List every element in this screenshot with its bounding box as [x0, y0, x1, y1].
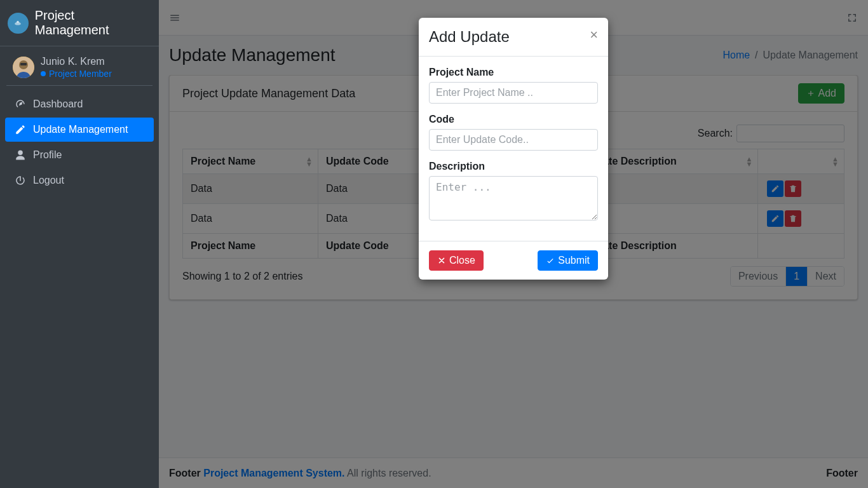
input-description[interactable] [429, 176, 598, 220]
user-role-label: Project Member [49, 69, 112, 79]
label-code: Code [429, 114, 598, 125]
input-project-name[interactable] [429, 82, 598, 104]
sidebar-item-dashboard[interactable]: Dashboard [5, 92, 154, 116]
user-icon [14, 149, 27, 161]
power-icon [14, 175, 27, 186]
brand[interactable]: Project Management [0, 0, 159, 46]
user-role: Project Member [41, 69, 112, 79]
modal-close-label: Close [449, 255, 475, 266]
sidebar-item-update-management[interactable]: Update Management [5, 118, 154, 142]
input-code[interactable] [429, 129, 598, 151]
label-project-name: Project Name [429, 67, 598, 78]
user-name[interactable]: Junio K. Krem [41, 56, 112, 67]
sidebar-nav: Dashboard Update Management Profile Logo… [0, 86, 159, 200]
check-icon [546, 256, 555, 265]
sidebar-item-label: Dashboard [33, 98, 83, 110]
avatar [13, 57, 34, 78]
label-description: Description [429, 161, 598, 172]
modal-add-update: Add Update × Project Name Code Descripti… [419, 18, 608, 280]
status-dot-icon [41, 71, 46, 76]
svg-point-1 [17, 21, 19, 23]
edit-icon [14, 124, 27, 135]
gauge-icon [14, 98, 27, 110]
brand-logo-icon [8, 13, 29, 34]
modal-submit-button[interactable]: Submit [538, 250, 598, 271]
modal-title: Add Update [429, 28, 510, 46]
brand-text: Project Management [35, 8, 151, 37]
svg-rect-4 [20, 63, 27, 65]
sidebar: Project Management Junio K. Krem Project… [0, 0, 159, 488]
modal-submit-label: Submit [558, 255, 590, 266]
close-icon: × [590, 27, 598, 43]
sidebar-item-label: Logout [33, 175, 64, 186]
sidebar-item-label: Update Management [33, 124, 128, 135]
sidebar-item-logout[interactable]: Logout [5, 168, 154, 193]
sidebar-item-label: Profile [33, 149, 62, 161]
modal-close-action-button[interactable]: Close [429, 250, 484, 271]
times-icon [437, 256, 446, 265]
modal-close-button[interactable]: × [590, 28, 598, 42]
user-panel: Junio K. Krem Project Member [6, 46, 153, 86]
sidebar-item-profile[interactable]: Profile [5, 143, 154, 167]
